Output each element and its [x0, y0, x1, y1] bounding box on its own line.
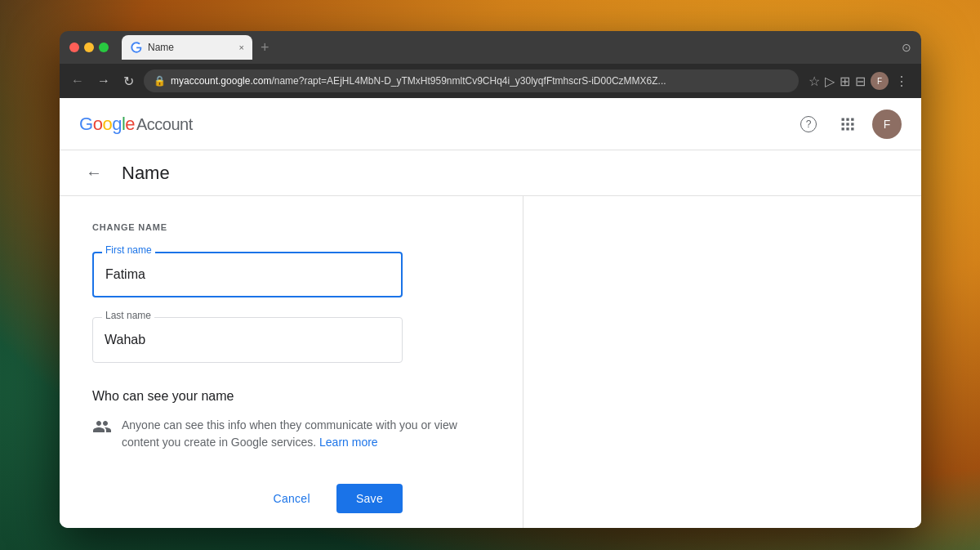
visibility-section: Who can see your name Anyone can see thi…: [92, 389, 490, 451]
action-buttons: Cancel Save: [92, 484, 403, 528]
svg-rect-5: [846, 123, 849, 125]
browser-profile-avatar[interactable]: F: [871, 72, 889, 90]
tab-title: Name: [148, 42, 174, 53]
help-icon: ?: [800, 116, 817, 132]
extension-icon-1: ▷: [825, 74, 835, 89]
page-title: Name: [122, 163, 170, 184]
traffic-lights: [69, 42, 109, 52]
people-icon: [92, 417, 112, 436]
refresh-nav-btn[interactable]: ↻: [120, 70, 137, 92]
extension-icon-2: ⊞: [840, 74, 850, 89]
first-name-input[interactable]: [92, 252, 403, 297]
page-content: GoogleAccount ?: [60, 98, 921, 528]
first-name-label: First name: [102, 244, 155, 256]
profile-avatar[interactable]: F: [872, 110, 902, 139]
new-tab-btn[interactable]: +: [256, 39, 274, 56]
cancel-button[interactable]: Cancel: [256, 484, 326, 513]
main-panel: CHANGE NAME First name Last name Who can…: [60, 196, 523, 528]
svg-rect-6: [851, 123, 853, 125]
titlebar: Name × + ⊙: [60, 31, 921, 64]
tab-bar: Name × +: [122, 35, 895, 60]
header-actions: ? F: [794, 110, 902, 139]
visibility-title: Who can see your name: [92, 389, 490, 404]
logo-g2: g: [112, 114, 122, 134]
address-text: myaccount.google.com/name?rapt=AEjHL4MbN…: [171, 75, 666, 87]
bookmark-icon: ☆: [808, 74, 820, 89]
address-bar[interactable]: 🔒 myaccount.google.com/name?rapt=AEjHL4M…: [144, 69, 799, 92]
apps-icon: [840, 116, 856, 132]
svg-rect-3: [851, 118, 853, 120]
active-tab[interactable]: Name ×: [122, 35, 252, 60]
visibility-description: Anyone can see this info when they commu…: [122, 417, 490, 451]
logo-e: e: [125, 114, 135, 134]
back-nav-btn[interactable]: ←: [68, 70, 87, 92]
section-label: CHANGE NAME: [92, 222, 490, 232]
last-name-field: Last name: [92, 317, 490, 363]
browser-window: Name × + ⊙ ← → ↻ 🔒 myaccount.google.com/…: [60, 31, 921, 528]
svg-rect-9: [851, 127, 853, 130]
logo-o2: o: [102, 114, 112, 134]
help-btn[interactable]: ?: [794, 110, 823, 139]
extension-icons: ☆ ▷ ⊞ ⊟ F ⋮: [805, 72, 913, 90]
tab-favicon: [130, 41, 143, 54]
first-name-field: First name: [92, 252, 490, 297]
svg-rect-7: [842, 127, 844, 130]
last-name-label: Last name: [102, 310, 154, 321]
forward-nav-btn[interactable]: →: [94, 70, 114, 92]
learn-more-link[interactable]: Learn more: [319, 436, 378, 449]
fullscreen-button[interactable]: [99, 42, 109, 52]
addressbar: ← → ↻ 🔒 myaccount.google.com/name?rapt=A…: [60, 64, 921, 98]
visibility-row: Anyone can see this info when they commu…: [92, 417, 490, 451]
browser-menu-icon: ⊙: [902, 41, 911, 54]
ga-header: GoogleAccount ?: [60, 98, 921, 150]
extension-icon-3: ⊟: [855, 74, 866, 89]
browser-menu-btn[interactable]: ⋮: [893, 74, 910, 89]
logo-o1: o: [93, 114, 103, 134]
save-button[interactable]: Save: [336, 484, 403, 513]
tab-close-btn[interactable]: ×: [239, 42, 244, 52]
close-button[interactable]: [69, 42, 79, 52]
side-panel: [523, 196, 921, 528]
content-area: CHANGE NAME First name Last name Who can…: [60, 196, 921, 528]
lock-icon: 🔒: [154, 75, 166, 87]
svg-rect-8: [846, 127, 849, 130]
svg-rect-2: [846, 118, 849, 120]
last-name-input[interactable]: [92, 317, 403, 363]
page-back-btn[interactable]: ←: [79, 157, 109, 189]
svg-rect-1: [842, 118, 844, 120]
google-logo: GoogleAccount: [79, 114, 193, 135]
account-label: Account: [136, 115, 193, 133]
minimize-button[interactable]: [84, 42, 94, 52]
apps-btn[interactable]: [833, 110, 862, 139]
svg-rect-4: [842, 123, 844, 125]
logo-g: G: [79, 114, 93, 134]
page-title-bar: ← Name: [60, 150, 921, 196]
